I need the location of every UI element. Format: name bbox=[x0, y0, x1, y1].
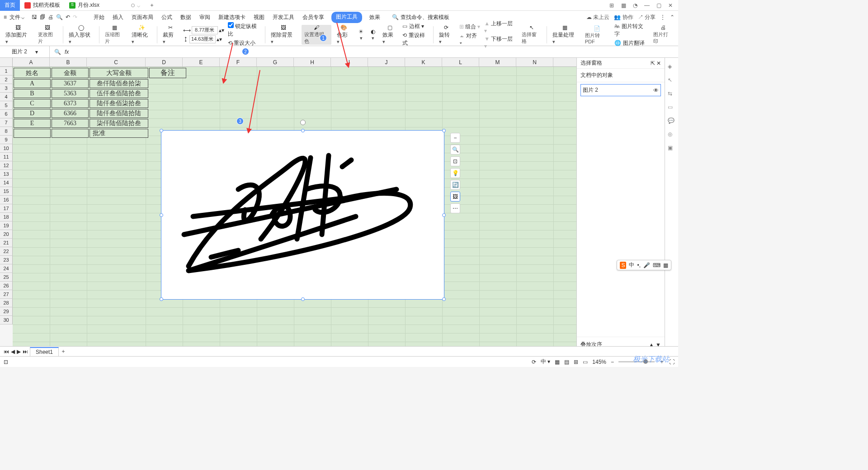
effect-button[interactable]: ▢效果 ▾ bbox=[381, 25, 399, 45]
minimize-icon[interactable]: — bbox=[643, 2, 651, 9]
visibility-icon[interactable]: 👁 bbox=[653, 87, 659, 94]
last-sheet-icon[interactable]: ⏭ bbox=[23, 348, 28, 355]
tab-layout[interactable]: 页面布局 bbox=[131, 12, 154, 23]
tab-newtab[interactable]: 新建选项卡 bbox=[217, 12, 246, 23]
ime-toolbar[interactable]: S 中•,🎤 ⌨▦ bbox=[617, 260, 671, 270]
tab-data[interactable]: 数据 bbox=[179, 12, 192, 23]
fullscreen-icon[interactable]: ⛶ bbox=[669, 359, 675, 365]
save-image-icon[interactable]: 🖼 bbox=[450, 192, 460, 202]
chat-icon[interactable]: 💬 bbox=[668, 118, 676, 126]
select-all-corner[interactable] bbox=[0, 58, 13, 67]
add-sheet-button[interactable]: ＋ bbox=[61, 348, 66, 355]
align-button[interactable]: ⫠ 对齐 ▾ bbox=[459, 32, 481, 46]
height-input[interactable] bbox=[189, 35, 216, 43]
totext-button[interactable]: 🗛 图片转文字 bbox=[614, 23, 648, 38]
location-icon[interactable]: ◎ bbox=[668, 131, 676, 139]
print-pic-button[interactable]: 🖨图片打印 bbox=[651, 25, 675, 45]
tab-insert[interactable]: 插入 bbox=[112, 12, 124, 23]
width-input[interactable] bbox=[192, 26, 218, 34]
color-button[interactable]: 🎨色彩 ▾ bbox=[335, 25, 353, 45]
tab-dev[interactable]: 开发工具 bbox=[272, 12, 295, 23]
status-icon[interactable]: ⊡ bbox=[4, 359, 8, 365]
row-headers[interactable]: 1234567891011121314151617181920212223242… bbox=[0, 67, 13, 324]
cn-indicator[interactable]: 中 ▾ bbox=[541, 358, 550, 366]
group-button[interactable]: ⊞ 组合 ▾ bbox=[459, 23, 481, 31]
rotation-handle[interactable] bbox=[300, 120, 306, 125]
tab-formula[interactable]: 公式 bbox=[160, 12, 173, 23]
view-normal-icon[interactable]: ▦ bbox=[555, 359, 560, 365]
sync-icon[interactable]: ⟳ bbox=[532, 359, 536, 365]
crop-button[interactable]: ✂裁剪 ▾ bbox=[161, 25, 179, 45]
pane-object-item[interactable]: 图片 2👁 bbox=[580, 84, 661, 96]
tab-menu-icon[interactable]: ⌵ bbox=[137, 2, 140, 9]
print-icon[interactable]: 🖨 bbox=[48, 14, 53, 20]
preview-icon[interactable]: 🔍 bbox=[56, 14, 63, 20]
more-tools-icon[interactable]: ⋯ bbox=[450, 203, 460, 213]
batch-button[interactable]: ▦批量处理 ▾ bbox=[551, 25, 580, 45]
pane-pin-icon[interactable]: ⇱ bbox=[651, 60, 655, 66]
collapse-ribbon-icon[interactable]: ⌃ bbox=[670, 14, 675, 20]
save-icon[interactable]: 🖫 bbox=[32, 14, 37, 20]
zoom-value[interactable]: 145% bbox=[592, 359, 606, 365]
new-tab-button[interactable]: ＋ bbox=[145, 0, 159, 11]
zoom-in-icon[interactable]: 🔍 bbox=[450, 145, 460, 155]
selection-pane-button[interactable]: ↖选择窗格 bbox=[520, 25, 543, 45]
keyboard-icon[interactable]: ⌨ bbox=[653, 262, 660, 268]
insert-shape-button[interactable]: ◯插入形状 ▾ bbox=[67, 25, 96, 45]
first-sheet-icon[interactable]: ⏮ bbox=[4, 348, 9, 355]
view-read-icon[interactable]: ▭ bbox=[583, 359, 588, 365]
view-page-icon[interactable]: ▤ bbox=[564, 359, 569, 365]
tab-vip[interactable]: 会员专享 bbox=[302, 12, 325, 23]
undo-icon[interactable]: ↶ bbox=[66, 14, 70, 20]
redo-icon[interactable]: ↷ bbox=[73, 14, 77, 20]
height-spinner[interactable]: ▴▾ bbox=[217, 36, 222, 42]
change-picture-button[interactable]: 🖼更改图片 bbox=[36, 25, 59, 45]
command-search[interactable]: 🔍 查找命令、搜索模板 bbox=[392, 14, 449, 21]
skin-icon[interactable]: ◔ bbox=[631, 2, 639, 9]
selected-image[interactable] bbox=[161, 130, 444, 300]
tab-file[interactable]: S 月份.xlsx ⌵ bbox=[65, 0, 145, 11]
fx-search-icon[interactable]: 🔍 bbox=[54, 49, 61, 55]
tab-view[interactable]: 视图 bbox=[253, 12, 265, 23]
maximize-icon[interactable]: ▢ bbox=[655, 2, 663, 9]
brightness-button[interactable]: ☀▾ bbox=[357, 25, 365, 45]
topdf-button[interactable]: 📄图片转PDF bbox=[583, 25, 611, 45]
grid[interactable]: 姓名金额大写金额备注A3637叁仟陆佰叁拾柒B5363伍仟叁佰陆拾叁C6373陆… bbox=[13, 67, 576, 365]
rotate-button[interactable]: ⟳旋转 ▾ bbox=[437, 25, 455, 45]
tab-picture-tools[interactable]: 图片工具 bbox=[331, 12, 362, 23]
tab-effect[interactable]: 效果 bbox=[368, 12, 381, 23]
name-box[interactable]: ▾ bbox=[0, 46, 50, 57]
add-picture-button[interactable]: 🖼添加图片 ▾ bbox=[4, 25, 33, 45]
more-icon[interactable]: ⋮ bbox=[660, 14, 665, 20]
send-backward-button[interactable]: ▼ 下移一层 ▾ bbox=[484, 35, 516, 49]
worksheet[interactable]: ABCDEFGHIJKLMN 1234567891011121314151617… bbox=[0, 58, 576, 365]
translate-button[interactable]: 🌐 图片翻译 bbox=[614, 39, 648, 47]
remove-bg-button[interactable]: 🖼抠除背景 ▾ bbox=[269, 25, 298, 45]
ime-menu-icon[interactable]: ▦ bbox=[663, 262, 668, 268]
file-menu[interactable]: 文件⌵ bbox=[9, 14, 24, 21]
zoom-out-icon[interactable]: − bbox=[450, 133, 460, 143]
clipboard-icon[interactable]: ▭ bbox=[668, 104, 676, 112]
tab-review[interactable]: 审阅 bbox=[198, 12, 211, 23]
tab-home[interactable]: 首页 bbox=[0, 0, 20, 11]
tip-icon[interactable]: 💡 bbox=[450, 168, 460, 178]
reset-style-button[interactable]: ⟲ 重设样式 bbox=[402, 32, 429, 47]
view-break-icon[interactable]: ⊞ bbox=[574, 359, 578, 365]
name-box-input[interactable] bbox=[4, 49, 35, 55]
select-icon[interactable]: ↖ bbox=[668, 77, 676, 85]
crop-tool-icon[interactable]: ⊡ bbox=[450, 156, 460, 166]
border-button[interactable]: ▭ 边框 ▾ bbox=[402, 23, 429, 30]
prev-sheet-icon[interactable]: ◀ bbox=[11, 348, 15, 355]
layout-icon[interactable]: ⊞ bbox=[608, 2, 616, 9]
tab-start[interactable]: 开始 bbox=[93, 12, 105, 23]
clarity-button[interactable]: ✨清晰化 ▾ bbox=[130, 25, 153, 45]
compress-button[interactable]: ▦压缩图片 bbox=[103, 25, 126, 45]
sheet-tab[interactable]: Sheet1 bbox=[30, 347, 59, 356]
zoom-out-button[interactable]: − bbox=[611, 359, 614, 365]
cloud-status[interactable]: ☁ 未上云 bbox=[586, 14, 609, 21]
column-headers[interactable]: ABCDEFGHIJKLMN bbox=[13, 58, 576, 67]
contrast-button[interactable]: ◐▾ bbox=[369, 25, 377, 45]
lock-ratio-checkbox[interactable]: 锁定纵横比 bbox=[228, 22, 262, 38]
saveas-icon[interactable]: 🗐 bbox=[40, 14, 45, 20]
fx-icon[interactable]: fx bbox=[65, 49, 69, 55]
